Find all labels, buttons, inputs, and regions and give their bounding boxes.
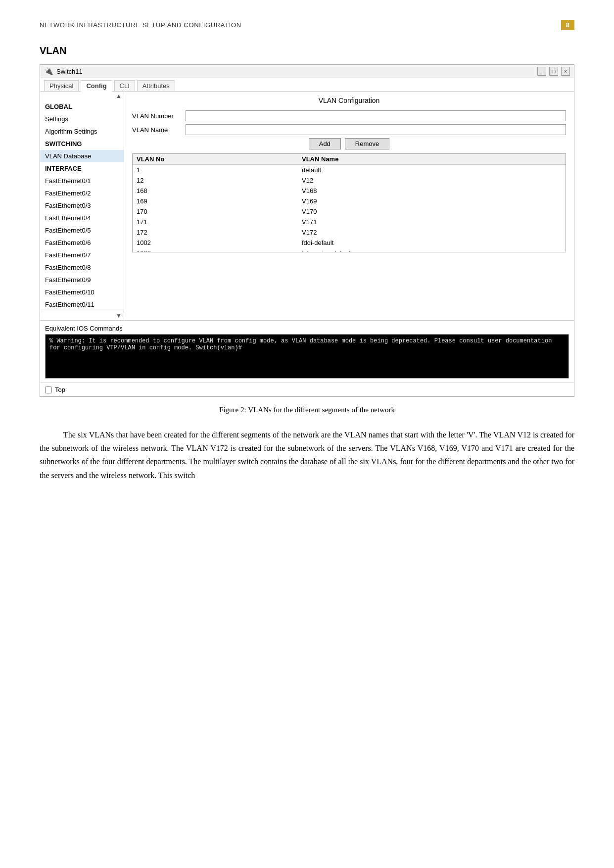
- sidebar-item-fe03[interactable]: FastEthernet0/3: [40, 199, 124, 212]
- sidebar-item-fe011[interactable]: FastEthernet0/11: [40, 298, 124, 311]
- sidebar: ▲ GLOBAL Settings Algorithm Settings SWI…: [40, 92, 124, 320]
- section-heading: VLAN: [40, 45, 574, 56]
- table-row: 12V12: [133, 175, 566, 186]
- table-row: 168V168: [133, 186, 566, 196]
- vlan-name-input[interactable]: [186, 124, 566, 135]
- vlan-name-cell: fddi-default: [298, 238, 566, 248]
- top-label: Top: [55, 386, 65, 393]
- sidebar-item-algorithm-settings[interactable]: Algorithm Settings: [40, 125, 124, 138]
- vlan-name-cell: default: [298, 165, 566, 176]
- vlan-name-row: VLAN Name: [132, 124, 566, 135]
- body-paragraphs: The six VLANs that have been created for…: [40, 428, 574, 482]
- action-row: Add Remove: [132, 138, 566, 149]
- scroll-down-icon: ▼: [116, 312, 122, 319]
- table-row: 170V170: [133, 206, 566, 217]
- sidebar-item-fe010[interactable]: FastEthernet0/10: [40, 286, 124, 298]
- table-row: 1default: [133, 165, 566, 176]
- sidebar-item-settings[interactable]: Settings: [40, 113, 124, 125]
- window-app-icon: 🔌: [44, 67, 53, 76]
- vlan-config-title: VLAN Configuration: [132, 96, 566, 104]
- table-row: 1002fddi-default: [133, 238, 566, 248]
- table-row: 172V172: [133, 227, 566, 238]
- sidebar-item-fe01[interactable]: FastEthernet0/1: [40, 175, 124, 187]
- tab-physical[interactable]: Physical: [44, 80, 79, 91]
- vlan-name-cell: V12: [298, 175, 566, 186]
- vlan-name-cell: token-ring-default: [298, 248, 566, 252]
- window-title-text: Switch11: [56, 68, 83, 75]
- vlan-table-container[interactable]: VLAN No VLAN Name 1default12V12168V16816…: [132, 153, 566, 252]
- equiv-ios-label: Equivalent IOS Commands: [45, 325, 569, 332]
- vlan-number-input[interactable]: [186, 110, 566, 121]
- tab-config[interactable]: Config: [81, 80, 112, 92]
- vlan-name-cell: V172: [298, 227, 566, 238]
- add-button[interactable]: Add: [309, 138, 341, 149]
- col-header-vlan-name: VLAN Name: [298, 154, 566, 165]
- sidebar-scroll-up: ▲: [40, 92, 124, 100]
- sidebar-item-global[interactable]: GLOBAL: [40, 100, 124, 113]
- close-button[interactable]: ×: [561, 67, 570, 76]
- sidebar-item-fe05[interactable]: FastEthernet0/5: [40, 224, 124, 237]
- tab-cli[interactable]: CLI: [114, 80, 135, 91]
- table-row: 169V169: [133, 196, 566, 206]
- ios-terminal[interactable]: % Warning: It is recommended to configur…: [45, 334, 569, 379]
- tab-attributes[interactable]: Attributes: [137, 80, 175, 91]
- vlan-table: VLAN No VLAN Name 1default12V12168V16816…: [133, 154, 566, 252]
- page-number: 8: [561, 20, 574, 30]
- figure-caption: Figure 2: VLANs for the different segmen…: [40, 406, 574, 414]
- window-titlebar: 🔌 Switch11 — □ ×: [40, 65, 574, 78]
- col-header-vlan-no: VLAN No: [133, 154, 298, 165]
- vlan-name-cell: V169: [298, 196, 566, 206]
- table-row: 171V171: [133, 217, 566, 227]
- vlan-name-cell: V170: [298, 206, 566, 217]
- vlan-no-cell: 172: [133, 227, 298, 238]
- page-title: NETWORK INFRASTRUCTURE SETUP AND CONFIGU…: [40, 21, 241, 29]
- vlan-no-cell: 170: [133, 206, 298, 217]
- sidebar-item-fe06[interactable]: FastEthernet0/6: [40, 237, 124, 249]
- vlan-no-cell: 1002: [133, 238, 298, 248]
- sidebar-item-fe07[interactable]: FastEthernet0/7: [40, 249, 124, 261]
- sidebar-item-fe08[interactable]: FastEthernet0/8: [40, 261, 124, 274]
- sidebar-item-fe04[interactable]: FastEthernet0/4: [40, 212, 124, 224]
- top-checkbox[interactable]: [45, 386, 52, 393]
- vlan-no-cell: 171: [133, 217, 298, 227]
- vlan-no-cell: 168: [133, 186, 298, 196]
- sidebar-item-switching[interactable]: SWITCHING: [40, 138, 124, 150]
- minimize-button[interactable]: —: [537, 67, 546, 76]
- body-paragraph: The six VLANs that have been created for…: [40, 428, 574, 482]
- vlan-no-cell: 1003: [133, 248, 298, 252]
- window-tabs: Physical Config CLI Attributes: [40, 78, 574, 92]
- sidebar-item-vlan-database[interactable]: VLAN Database: [40, 150, 124, 162]
- content-area: VLAN Configuration VLAN Number VLAN Name…: [124, 92, 574, 320]
- top-row: Top: [40, 383, 574, 396]
- window-controls: — □ ×: [537, 67, 570, 76]
- vlan-no-cell: 169: [133, 196, 298, 206]
- vlan-number-row: VLAN Number: [132, 110, 566, 121]
- page-header: NETWORK INFRASTRUCTURE SETUP AND CONFIGU…: [40, 20, 574, 30]
- ios-terminal-text: % Warning: It is recommended to configur…: [49, 338, 552, 351]
- equiv-ios-section: Equivalent IOS Commands % Warning: It is…: [40, 320, 574, 383]
- vlan-name-label: VLAN Name: [132, 126, 182, 134]
- vlan-no-cell: 12: [133, 175, 298, 186]
- sidebar-item-fe02[interactable]: FastEthernet0/2: [40, 187, 124, 199]
- window-body: ▲ GLOBAL Settings Algorithm Settings SWI…: [40, 92, 574, 320]
- table-row: 1003token-ring-default: [133, 248, 566, 252]
- scroll-up-icon: ▲: [116, 93, 122, 99]
- vlan-number-label: VLAN Number: [132, 112, 182, 120]
- sidebar-scroll-down: ▼: [40, 311, 124, 320]
- sidebar-item-fe09[interactable]: FastEthernet0/9: [40, 274, 124, 286]
- window-title-left: 🔌 Switch11: [44, 67, 83, 76]
- restore-button[interactable]: □: [549, 67, 558, 76]
- vlan-no-cell: 1: [133, 165, 298, 176]
- vlan-name-cell: V171: [298, 217, 566, 227]
- switch-window: 🔌 Switch11 — □ × Physical Config CLI Att…: [40, 64, 574, 397]
- sidebar-item-interface[interactable]: INTERFACE: [40, 162, 124, 175]
- remove-button[interactable]: Remove: [345, 138, 389, 149]
- vlan-name-cell: V168: [298, 186, 566, 196]
